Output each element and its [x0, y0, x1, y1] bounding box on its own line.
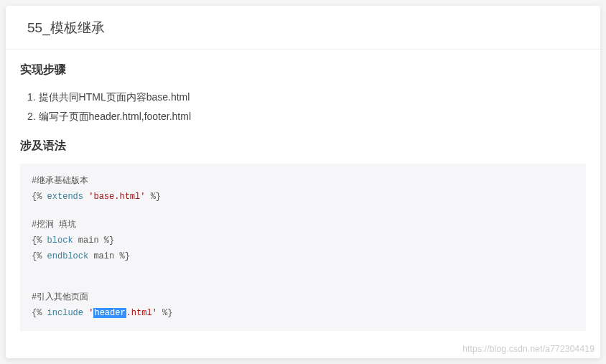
document-card: 55_模板继承 实现步骤 提供共同HTML页面内容base.html 编写子页面…	[6, 6, 600, 358]
code-line	[32, 264, 574, 277]
code-block: #继承基础版本 {% extends 'base.html' %} #挖洞 填坑…	[20, 164, 586, 331]
code-line: #引入其他页面	[32, 290, 574, 306]
code-line	[32, 277, 574, 290]
selected-text: header	[93, 308, 126, 318]
steps-heading: 实现步骤	[20, 62, 586, 78]
code-line: {% include 'header.html' %}	[32, 306, 574, 322]
code-line: #挖洞 填坑	[32, 218, 574, 233]
title-row: 55_模板继承	[6, 6, 600, 50]
watermark: https://blog.csdn.net/a772304419	[462, 344, 595, 354]
syntax-heading: 涉及语法	[20, 139, 586, 154]
code-line: {% block main %}	[32, 233, 574, 249]
content-area: 实现步骤 提供共同HTML页面内容base.html 编写子页面header.h…	[6, 50, 600, 338]
list-item: 编写子页面header.html,footer.html	[27, 107, 586, 126]
code-line: #继承基础版本	[32, 174, 574, 190]
list-item: 提供共同HTML页面内容base.html	[27, 88, 586, 107]
steps-list: 提供共同HTML页面内容base.html 编写子页面header.html,f…	[20, 88, 586, 126]
page-title: 55_模板继承	[27, 19, 579, 37]
code-line: {% endblock main %}	[32, 249, 574, 265]
code-line: {% extends 'base.html' %}	[32, 190, 574, 205]
code-line	[32, 205, 574, 218]
